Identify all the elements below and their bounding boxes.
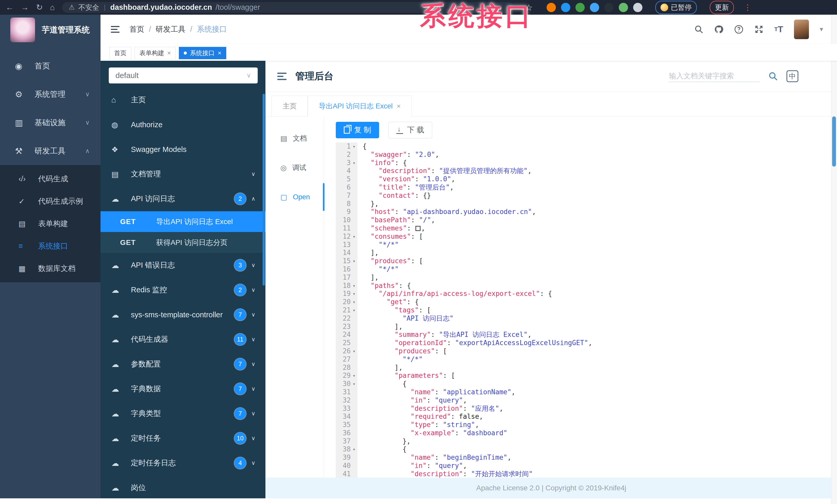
chevron-down-icon[interactable]: ∨ <box>250 460 257 466</box>
swagger-item-0[interactable]: ⌂主页 <box>101 88 265 112</box>
back-icon[interactable]: ← <box>6 3 14 11</box>
submenu-item-4[interactable]: ▦数据库文档 <box>0 257 101 280</box>
doc-side-item-0[interactable]: ▤文档 <box>265 130 324 147</box>
fold-icon[interactable]: ▾ <box>351 445 357 453</box>
menu-fold-icon[interactable] <box>277 73 287 80</box>
language-icon[interactable]: 中 <box>786 70 798 82</box>
chevron-down-icon[interactable]: ∨ <box>250 262 257 268</box>
submenu-item-2[interactable]: ▤表单构建 <box>0 212 101 235</box>
swagger-group-2[interactable]: ☁sys-sms-template-controller7∨ <box>101 302 265 327</box>
swagger-group-3[interactable]: ☁代码生成器11∨ <box>101 327 265 352</box>
fold-icon[interactable]: ▾ <box>351 143 357 151</box>
chevron-down-icon[interactable]: ∨ <box>250 435 257 442</box>
close-icon[interactable]: × <box>167 50 171 57</box>
user-avatar[interactable] <box>794 20 809 39</box>
chevron-down-icon[interactable]: ∨ <box>250 336 257 343</box>
swagger-item-2[interactable]: ❖Swagger Models <box>101 137 265 162</box>
breadcrumb-item[interactable]: 研发工具 <box>156 24 185 35</box>
submenu-item-3[interactable]: ≡系统接口 <box>0 235 101 257</box>
fold-icon[interactable]: ▾ <box>351 347 357 355</box>
swagger-item-4[interactable]: ☁API 访问日志2∧ <box>101 186 265 211</box>
chevron-down-icon[interactable]: ∨ <box>250 171 257 178</box>
copy-button[interactable]: 复 制 <box>336 122 379 138</box>
doc-search-icon[interactable] <box>768 72 778 81</box>
doc-side-item-1[interactable]: ◎调试 <box>265 160 324 176</box>
extension-green-leaf[interactable] <box>619 3 628 12</box>
github-icon[interactable] <box>714 25 723 34</box>
sidebar-item-2[interactable]: ▥基础设施∨ <box>0 108 101 137</box>
extension-blue-grid[interactable] <box>590 3 599 12</box>
doc-side-item-2[interactable]: ▢Open <box>265 189 324 205</box>
fold-icon[interactable]: ▾ <box>351 257 357 265</box>
chevron-up-icon[interactable]: ∧ <box>250 195 257 202</box>
sidebar-item-3[interactable]: ⚒研发工具∧ <box>0 137 101 165</box>
page-scrollbar[interactable] <box>831 15 837 504</box>
doc-search-input[interactable] <box>669 70 760 82</box>
search-icon[interactable] <box>694 25 703 34</box>
api-operation-0[interactable]: GET导出API 访问日志 Excel <box>101 211 265 232</box>
chevron-down-icon[interactable]: ∨ <box>250 361 257 368</box>
close-icon[interactable]: × <box>218 50 221 57</box>
tag-0[interactable]: 首页 <box>109 47 131 59</box>
swagger-group-5[interactable]: ☁字典数据7∨ <box>101 376 265 401</box>
gutter-row: 15▾ <box>336 257 357 265</box>
swagger-group-7[interactable]: ☁定时任务10∨ <box>101 426 265 451</box>
fold-icon[interactable]: ▾ <box>351 306 357 315</box>
sidebar-item-0[interactable]: ◉首页 <box>0 52 101 80</box>
extension-dark-gm[interactable] <box>604 3 613 12</box>
logo-row[interactable]: 芋道管理系统 <box>0 15 101 44</box>
address-bar[interactable]: ⚠ 不安全 | dashboard.yudao.iocoder.cn /tool… <box>62 2 513 13</box>
extension-light-paw[interactable] <box>633 3 642 12</box>
forward-icon[interactable]: → <box>21 3 29 11</box>
page-scrollbar-thumb[interactable] <box>832 116 836 167</box>
download-button[interactable]: 下 载 <box>388 122 432 138</box>
swagger-group-8[interactable]: ☁定时任务日志4∨ <box>101 451 265 475</box>
group-select[interactable]: default ∨ <box>109 68 258 83</box>
swagger-group-0[interactable]: ☁API 错误日志3∨ <box>101 253 265 278</box>
chevron-down-icon[interactable]: ∨ <box>250 287 257 293</box>
sidebar-scrollbar-thumb[interactable] <box>263 94 265 286</box>
reload-icon[interactable]: ↻ <box>36 3 43 11</box>
swagger-group-1[interactable]: ☁Redis 监控2∨ <box>101 278 265 302</box>
sidebar-item-1[interactable]: ⚙系统管理∨ <box>0 80 101 108</box>
browser-update-button[interactable]: 更新 <box>710 1 734 14</box>
avatar-caret-icon[interactable]: ▾ <box>820 25 823 33</box>
swagger-group-4[interactable]: ☁参数配置7∨ <box>101 352 265 376</box>
gutter-row: 31 <box>336 388 357 396</box>
bookmark-star-icon[interactable]: ☆ <box>525 2 533 13</box>
fold-icon[interactable]: ▾ <box>351 159 357 167</box>
api-operation-1[interactable]: GET获得API 访问日志分页 <box>101 232 265 253</box>
extension-green-circle[interactable] <box>575 3 585 12</box>
swagger-group-9[interactable]: ☁岗位 <box>101 475 265 498</box>
swagger-group-6[interactable]: ☁字典类型7∨ <box>101 401 265 426</box>
close-icon[interactable]: × <box>397 102 401 110</box>
chevron-down-icon[interactable]: ∨ <box>250 311 257 318</box>
fold-icon[interactable]: ▾ <box>351 380 357 388</box>
home-icon[interactable]: ⌂ <box>50 3 55 11</box>
fold-icon[interactable]: ▾ <box>351 298 357 306</box>
chevron-down-icon[interactable]: ∨ <box>250 386 257 392</box>
doc-tab-0[interactable]: 主页 <box>272 96 308 117</box>
swagger-item-1[interactable]: ◍Authorize <box>101 112 265 137</box>
doc-tab-1[interactable]: 导出API 访问日志 Excel× <box>308 96 412 117</box>
tag-1[interactable]: 表单构建× <box>135 47 176 59</box>
fold-icon[interactable]: ▾ <box>351 282 357 290</box>
fold-icon[interactable]: ▾ <box>351 372 357 380</box>
fold-icon[interactable]: ▾ <box>351 290 357 298</box>
chevron-down-icon[interactable]: ∨ <box>250 410 257 417</box>
breadcrumb-item[interactable]: 首页 <box>129 24 144 35</box>
fullscreen-icon[interactable] <box>754 25 764 34</box>
code-editor[interactable]: 1▾23▾456789101112▾131415▾161718▾19▾20▾21… <box>336 143 837 478</box>
swagger-item-3[interactable]: ▤文档管理∨ <box>101 162 265 186</box>
paused-extension-button[interactable]: 已暂停 <box>655 1 697 14</box>
extension-blue-drop[interactable] <box>561 3 570 12</box>
fold-icon[interactable]: ▾ <box>351 232 357 241</box>
tag-2[interactable]: 系统接口× <box>179 47 226 59</box>
font-size-icon[interactable]: TT <box>774 24 783 34</box>
hamburger-icon[interactable] <box>111 26 120 33</box>
submenu-item-0[interactable]: ‹/›代码生成 <box>0 168 101 190</box>
extension-orange[interactable] <box>547 3 556 12</box>
submenu-item-1[interactable]: ✓代码生成示例 <box>0 190 101 212</box>
browser-menu-icon[interactable]: ⋮ <box>744 3 751 12</box>
help-icon[interactable] <box>734 25 744 34</box>
